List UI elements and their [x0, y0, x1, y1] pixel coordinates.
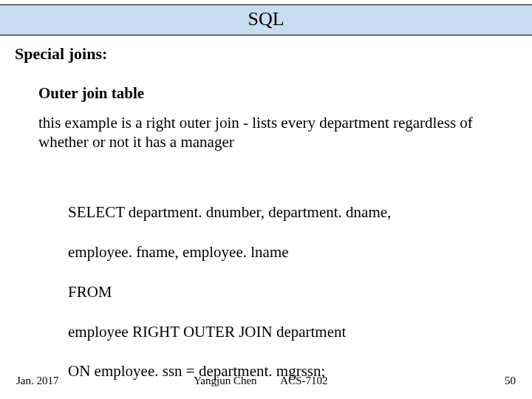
footer-date: Jan. 2017	[16, 375, 194, 387]
code-line: SELECT department. dnumber, department. …	[68, 202, 517, 222]
footer-center: Yangjun Chen ACS-7102	[194, 375, 471, 387]
sub-heading: Outer join table	[38, 84, 517, 103]
code-line: FROM	[68, 282, 517, 302]
footer-page-number: 50	[471, 375, 516, 387]
slide-content: Special joins: Outer join table this exa…	[0, 35, 532, 399]
sql-code-block: SELECT department. dnumber, department. …	[68, 183, 517, 400]
footer-course: ACS-7102	[280, 375, 327, 386]
slide-title: SQL	[0, 4, 532, 35]
slide: SQL Special joins: Outer join table this…	[0, 0, 532, 399]
code-line: employee. fname, employee. lname	[68, 242, 517, 262]
section-heading: Special joins:	[15, 44, 517, 64]
slide-footer: Jan. 2017 Yangjun Chen ACS-7102 50	[0, 375, 532, 387]
description-paragraph: this example is a right outer join - lis…	[38, 113, 497, 152]
code-line: employee RIGHT OUTER JOIN department	[68, 322, 517, 342]
footer-author: Yangjun Chen	[194, 375, 257, 386]
